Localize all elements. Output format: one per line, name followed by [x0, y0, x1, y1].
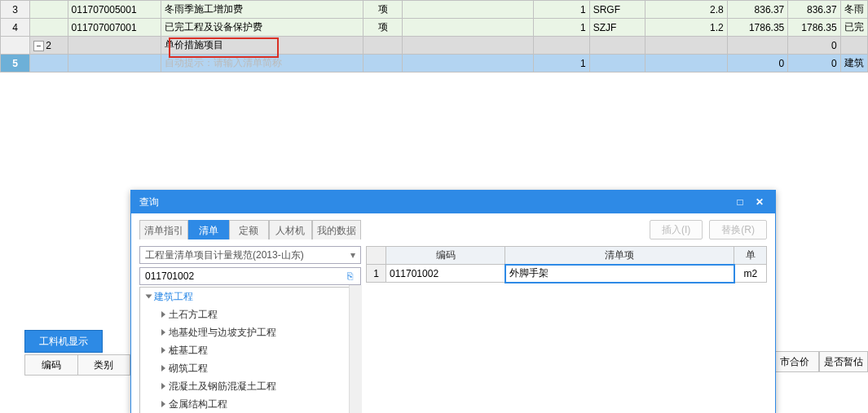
expand-icon[interactable] [161, 401, 165, 407]
rate-cell[interactable]: 2.8 [645, 1, 728, 19]
result-code[interactable]: 011701002 [386, 265, 505, 283]
tree-node[interactable]: 土石方工程 [140, 305, 360, 323]
maximize-icon[interactable]: □ [733, 195, 747, 209]
edit-row[interactable]: 5 自动提示：请输入清单简称 1 0 0 建筑 [1, 55, 868, 72]
scrollbar[interactable] [349, 285, 362, 413]
result-name[interactable]: 外脚手架 [505, 265, 734, 283]
result-grid[interactable]: 编码 清单项 单 1 011701002 外脚手架 m2 [366, 246, 767, 283]
expand-icon[interactable] [161, 311, 165, 318]
expand-icon[interactable] [161, 365, 165, 371]
row-number: 3 [1, 1, 30, 19]
group-name[interactable]: 单价措施项目 [161, 37, 364, 55]
col-is-provisional: 是否暂估 [819, 351, 868, 372]
row-number: 4 [1, 19, 30, 37]
qty-cell[interactable]: 1 [534, 1, 589, 19]
expand-icon[interactable] [161, 383, 165, 389]
tab-quota[interactable]: 定额 [229, 220, 269, 239]
expand-icon[interactable] [146, 295, 152, 299]
col-unit: 单 [734, 247, 767, 265]
main-grid[interactable]: 3 011707005001 冬雨季施工增加费 项 1 SRGF 2.8 836… [0, 0, 868, 72]
expand-icon[interactable] [161, 347, 165, 354]
chevron-down-icon: ▾ [350, 249, 355, 261]
tree-node[interactable]: 砌筑工程 [140, 359, 360, 377]
abbr-cell[interactable]: SRGF [589, 1, 645, 19]
table-row[interactable]: 4 011707007001 已完工程及设备保护费 项 1 SZJF 1.2 1… [1, 19, 868, 37]
category-tree[interactable]: 建筑工程 土石方工程 地基处理与边坡支护工程 桩基工程 砌筑工程 混凝土及钢筋混… [139, 287, 361, 413]
tab-code[interactable]: 编码 [25, 355, 78, 375]
total-cell[interactable]: 836.37 [788, 1, 840, 19]
tab-material[interactable]: 人材机 [269, 220, 312, 239]
col-market-total: 市合价 [770, 351, 819, 372]
price-cell[interactable]: 836.37 [727, 1, 787, 19]
col-code: 编码 [386, 247, 505, 265]
dialog-tabs: 清单指引 清单 定额 人材机 我的数据 [139, 220, 361, 239]
code-cell[interactable]: 011707005001 [68, 1, 161, 19]
desc-cell[interactable]: 冬雨 [840, 1, 867, 19]
col-item: 清单项 [505, 247, 734, 265]
tree-node[interactable]: 金属结构工程 [140, 395, 360, 413]
search-icon[interactable]: ⎘ [342, 270, 357, 282]
table-row[interactable]: 3 011707005001 冬雨季施工增加费 项 1 SRGF 2.8 836… [1, 1, 868, 19]
close-icon[interactable]: ✕ [752, 195, 767, 209]
tree-node[interactable]: 桩基工程 [140, 341, 360, 359]
spec-select-value: 工程量清单项目计量规范(2013-山东) [145, 248, 304, 262]
dialog-title: 查询 [139, 196, 728, 209]
result-row[interactable]: 1 011701002 外脚手架 m2 [367, 265, 767, 283]
collapse-icon[interactable]: − [33, 41, 44, 51]
tree-node[interactable]: 混凝土及钢筋混凝土工程 [140, 377, 360, 395]
insert-button[interactable]: 插入(I) [650, 220, 703, 239]
query-dialog: 查询 □ ✕ 清单指引 清单 定额 人材机 我的数据 工程量清单项目计量规范(2… [130, 190, 776, 413]
material-display-button[interactable]: 工料机显示 [24, 330, 103, 353]
search-row: ⎘ [139, 267, 361, 285]
search-input[interactable] [145, 270, 342, 282]
tab-list[interactable]: 清单 [188, 220, 228, 239]
tree-node[interactable]: 地基处理与边坡支护工程 [140, 323, 360, 341]
name-cell[interactable]: 冬雨季施工增加费 [161, 1, 364, 19]
tab-type[interactable]: 类别 [78, 355, 130, 375]
dialog-titlebar[interactable]: 查询 □ ✕ [131, 191, 775, 213]
tree-root[interactable]: 建筑工程 [140, 288, 360, 305]
row-number: 5 [1, 55, 30, 72]
tree-cell [30, 1, 68, 19]
tab-mydata[interactable]: 我的数据 [312, 220, 361, 239]
row-number: 1 [367, 265, 386, 283]
tab-list-index[interactable]: 清单指引 [139, 220, 188, 239]
group-row[interactable]: −2 单价措施项目 0 [1, 37, 868, 55]
spec-select[interactable]: 工程量清单项目计量规范(2013-山东) ▾ [139, 246, 361, 264]
result-unit[interactable]: m2 [734, 265, 767, 283]
expand-icon[interactable] [161, 329, 165, 336]
replace-button[interactable]: 替换(R) [709, 220, 767, 239]
unit-cell[interactable]: 项 [363, 1, 402, 19]
name-placeholder[interactable]: 自动提示：请输入清单简称 [161, 55, 364, 72]
